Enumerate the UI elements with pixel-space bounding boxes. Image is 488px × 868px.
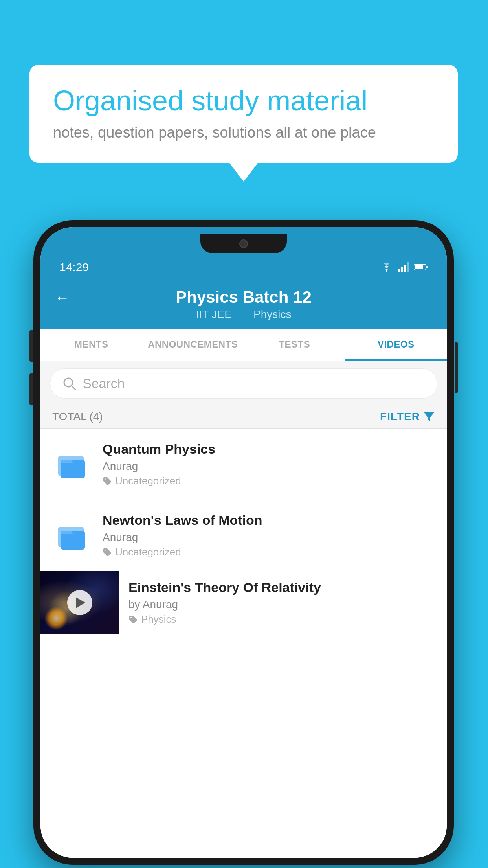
video-info: Quantum Physics Anurag Uncategorized (103, 441, 437, 487)
tab-tests[interactable]: TESTS (244, 329, 345, 361)
status-time: 14:29 (59, 261, 89, 274)
list-item[interactable]: Einstein's Theory Of Relativity by Anura… (40, 571, 447, 634)
svg-point-0 (386, 270, 387, 272)
camera (239, 239, 248, 248)
video-thumbnail (40, 571, 119, 634)
search-bar[interactable]: Search (50, 368, 437, 399)
side-button-vol-up (29, 330, 33, 362)
folder-icon-container (50, 516, 93, 555)
wifi-icon (380, 262, 393, 272)
video-info: Einstein's Theory Of Relativity by Anura… (128, 572, 447, 633)
svg-point-12 (105, 478, 106, 480)
svg-rect-2 (401, 267, 403, 272)
video-author: Anurag (103, 460, 437, 473)
filter-button[interactable]: FILTER (380, 410, 435, 423)
tab-ments[interactable]: MENTS (40, 329, 142, 361)
total-label: TOTAL (4) (52, 410, 103, 423)
folder-icon-container (50, 445, 93, 484)
signal-icon (398, 262, 409, 272)
video-tag: Physics (128, 613, 440, 625)
phone-wrapper: 14:29 (33, 220, 454, 865)
side-button-power (455, 342, 458, 393)
tab-videos[interactable]: VIDEOS (345, 329, 447, 361)
status-icons (380, 262, 428, 272)
video-title: Quantum Physics (103, 441, 437, 457)
speech-bubble: Organised study material notes, question… (29, 65, 458, 163)
svg-rect-7 (426, 266, 428, 268)
svg-rect-1 (398, 269, 400, 272)
video-tag: Uncategorized (103, 546, 437, 558)
tag-icon (103, 476, 112, 486)
tag-text: Uncategorized (115, 546, 181, 558)
app-header: ← Physics Batch 12 IIT JEE Physics (40, 281, 447, 329)
header-subtitle: IIT JEE Physics (191, 308, 296, 321)
video-tag: Uncategorized (103, 475, 437, 487)
bubble-heading: Organised study material (53, 85, 434, 117)
svg-line-9 (72, 386, 75, 390)
filter-funnel-icon (423, 411, 435, 423)
tabs-bar: MENTS ANNOUNCEMENTS TESTS VIDEOS (40, 329, 447, 361)
video-info: Newton's Laws of Motion Anurag Uncategor… (103, 513, 437, 558)
header-subtitle2: Physics (253, 308, 291, 320)
phone-notch (200, 234, 287, 253)
folder-icon (55, 520, 88, 551)
video-author: Anurag (103, 531, 437, 544)
filter-bar: TOTAL (4) FILTER (40, 406, 447, 429)
status-bar: 14:29 (40, 254, 447, 281)
list-item[interactable]: Quantum Physics Anurag Uncategorized (40, 429, 447, 500)
video-title: Einstein's Theory Of Relativity (128, 580, 440, 595)
back-button[interactable]: ← (55, 289, 70, 306)
tag-icon (103, 548, 112, 557)
tag-text: Physics (141, 613, 176, 625)
video-title: Newton's Laws of Motion (103, 513, 437, 528)
search-container: Search (40, 361, 447, 406)
phone-outer: 14:29 (33, 220, 454, 865)
svg-rect-4 (407, 262, 409, 272)
play-button[interactable] (67, 590, 92, 615)
video-list: Quantum Physics Anurag Uncategorized (40, 429, 447, 858)
play-triangle-icon (76, 597, 85, 608)
svg-point-15 (105, 550, 106, 551)
svg-point-16 (130, 617, 132, 618)
search-placeholder: Search (83, 376, 125, 391)
phone-screen: 14:29 (40, 227, 447, 858)
header-subtitle1: IIT JEE (196, 308, 232, 320)
header-title: Physics Batch 12 (176, 288, 312, 307)
bubble-subtext: notes, question papers, solutions all at… (53, 124, 434, 141)
svg-rect-3 (404, 265, 406, 272)
video-author: by Anurag (128, 598, 440, 611)
list-item[interactable]: Newton's Laws of Motion Anurag Uncategor… (40, 500, 447, 571)
tag-icon (128, 615, 138, 624)
svg-rect-6 (415, 265, 423, 269)
tab-announcements[interactable]: ANNOUNCEMENTS (142, 329, 244, 361)
tag-text: Uncategorized (115, 475, 181, 487)
folder-icon (55, 449, 88, 480)
filter-label: FILTER (380, 410, 420, 423)
search-icon (62, 376, 77, 391)
battery-icon (414, 263, 428, 271)
side-button-vol-down (29, 373, 33, 405)
